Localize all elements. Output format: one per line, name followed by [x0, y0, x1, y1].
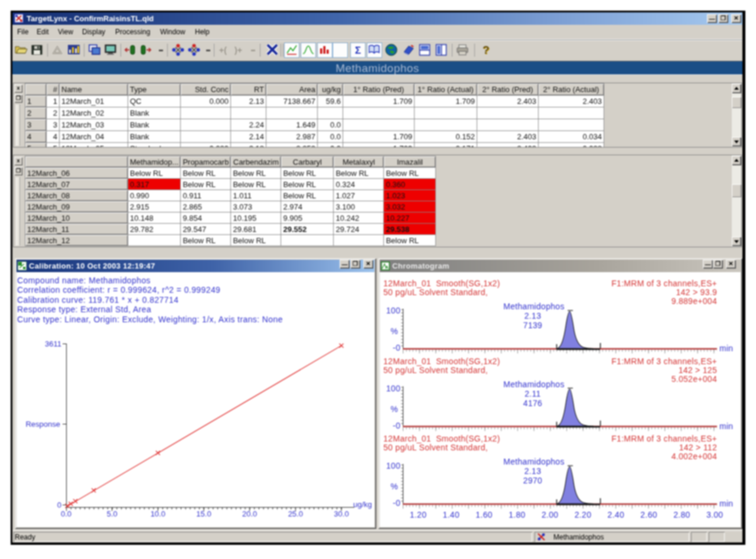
svg-text:50 pg/uL Solvent Standard,: 50 pg/uL Solvent Standard, [383, 287, 488, 297]
svg-text:F1:MRM of 3 channels,ES+: F1:MRM of 3 channels,ES+ [611, 279, 717, 288]
svg-text:+(: +( [219, 45, 227, 55]
svg-text:9.889e+004: 9.889e+004 [672, 296, 717, 306]
svg-text:2.20: 2.20 [575, 510, 591, 519]
svg-text:3611: 3611 [45, 339, 61, 348]
svg-text:4.002e+004: 4.002e+004 [672, 452, 717, 461]
svg-text:30.0: 30.0 [334, 509, 348, 518]
svg-text:5.052e+004: 5.052e+004 [672, 374, 717, 384]
svg-text:12March_01 Smooth(SG,1x2): 12March_01 Smooth(SG,1x2) [383, 434, 500, 443]
svg-text:F1:MRM of 3 channels,ES+: F1:MRM of 3 channels,ES+ [611, 357, 717, 366]
svg-text:4176: 4176 [523, 398, 542, 408]
svg-text:7139: 7139 [523, 321, 542, 330]
svg-text:Σ: Σ [355, 45, 361, 56]
svg-text:F1:MRM of 3 channels,ES+: F1:MRM of 3 channels,ES+ [611, 434, 717, 443]
svg-text:12March_01 Smooth(SG,1x2): 12March_01 Smooth(SG,1x2) [383, 357, 500, 366]
svg-text:)+: )+ [234, 45, 242, 55]
svg-text:ug/kg: ug/kg [353, 500, 372, 509]
svg-text:1.40: 1.40 [443, 510, 460, 519]
svg-text:142 > 93.9: 142 > 93.9 [676, 287, 717, 297]
svg-text:5.0: 5.0 [107, 509, 118, 518]
svg-text:25.0: 25.0 [288, 509, 303, 518]
svg-text:0: 0 [57, 501, 61, 509]
svg-text:2.60: 2.60 [640, 510, 657, 519]
svg-text:50 pg/uL Solvent Standard,: 50 pg/uL Solvent Standard, [383, 443, 488, 452]
svg-text:10.0: 10.0 [151, 509, 165, 518]
svg-text:50 pg/uL Solvent Standard,: 50 pg/uL Solvent Standard, [383, 365, 488, 375]
svg-text:2970: 2970 [523, 476, 542, 485]
svg-text:1.80: 1.80 [509, 510, 525, 519]
svg-text:2.40: 2.40 [608, 510, 624, 519]
svg-text:2.80: 2.80 [673, 510, 690, 519]
svg-text:?: ? [483, 44, 490, 56]
svg-text:1.60: 1.60 [475, 510, 492, 519]
svg-text:2.13: 2.13 [524, 311, 541, 321]
svg-text:2.00: 2.00 [542, 510, 558, 519]
svg-text:12March_01 Smooth(SG,1x2): 12March_01 Smooth(SG,1x2) [383, 279, 500, 288]
svg-text:142 > 125: 142 > 125 [679, 365, 717, 375]
svg-text:142 > 112: 142 > 112 [679, 443, 717, 452]
svg-text:2.13: 2.13 [524, 466, 541, 476]
svg-text:15.0: 15.0 [196, 509, 211, 518]
svg-text:Response: Response [25, 420, 60, 429]
svg-text:0.0: 0.0 [61, 509, 71, 518]
svg-text:1.20: 1.20 [410, 510, 426, 519]
svg-text:20.0: 20.0 [242, 509, 257, 518]
svg-text:3.00: 3.00 [706, 510, 723, 519]
svg-text:2.11: 2.11 [524, 389, 540, 398]
